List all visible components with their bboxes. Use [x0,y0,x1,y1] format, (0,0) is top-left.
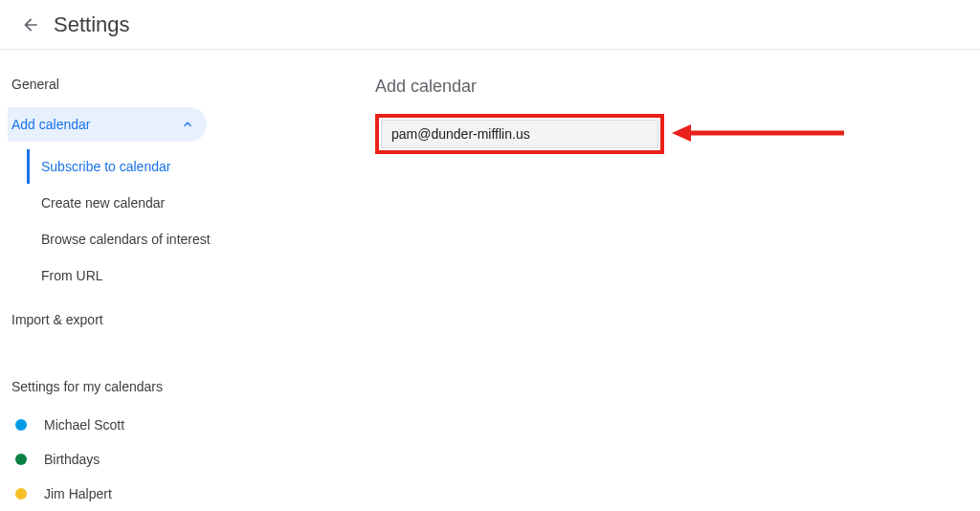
my-calendars-heading: Settings for my calendars [8,379,245,394]
annotation-highlight-box [375,114,664,154]
content-area: General Add calendar Subscribe to calend… [0,50,980,511]
calendar-name: Michael Scott [44,417,241,433]
page-title: Settings [54,12,130,37]
add-calendar-input[interactable] [381,120,658,148]
svg-marker-1 [672,124,691,142]
sub-item-label: Subscribe to calendar [41,159,170,174]
calendar-name: Jim Halpert [44,486,241,501]
calendar-color-dot [15,488,27,500]
calendar-name: Birthdays [44,452,241,467]
arrow-left-icon [21,15,40,34]
calendar-item[interactable]: Michael Scott [8,408,245,442]
calendar-item[interactable]: Jim Halpert [8,477,245,511]
nav-import-export[interactable]: Import & export [8,302,207,337]
app-header: Settings [0,0,980,50]
sub-create-new-calendar[interactable]: Create new calendar [27,186,245,220]
sub-item-label: Create new calendar [41,195,165,211]
calendar-item[interactable]: Birthdays [8,442,245,477]
sub-browse-calendars[interactable]: Browse calendars of interest [27,222,245,256]
sub-subscribe-to-calendar[interactable]: Subscribe to calendar [27,149,245,184]
nav-add-calendar-label: Add calendar [11,117,180,132]
settings-sidebar: General Add calendar Subscribe to calend… [0,67,245,511]
nav-add-calendar[interactable]: Add calendar [8,107,207,142]
sub-item-label: Browse calendars of interest [41,232,211,247]
nav-general-label: General [11,77,195,92]
nav-general[interactable]: General [8,67,207,101]
annotation-arrow-icon [672,123,844,143]
nav-import-export-label: Import & export [11,312,195,327]
sub-from-url[interactable]: From URL [27,258,245,293]
main-title: Add calendar [375,77,980,97]
sub-item-label: From URL [41,268,103,283]
back-button[interactable] [11,6,50,44]
calendar-color-dot [15,454,27,465]
add-calendar-subitems: Subscribe to calendar Create new calenda… [8,149,245,293]
main-panel: Add calendar [245,67,980,511]
chevron-up-icon [180,117,195,132]
calendar-color-dot [15,419,27,431]
input-area [375,114,664,154]
